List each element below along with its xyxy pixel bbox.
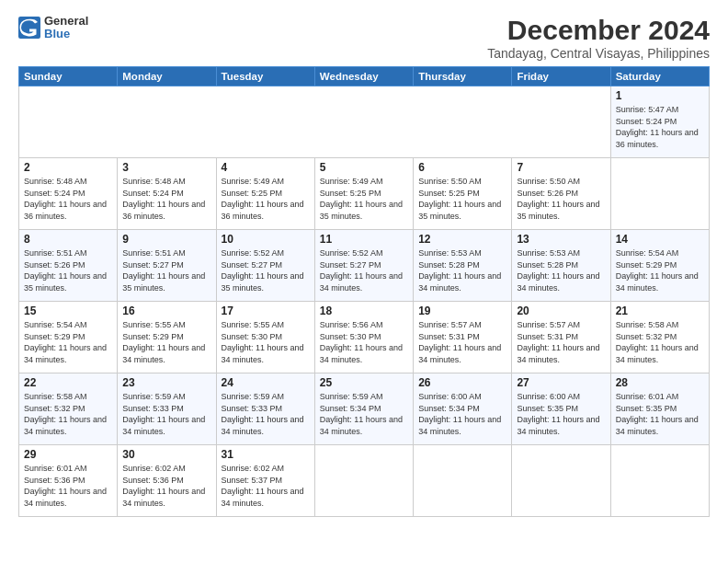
logo-icon — [18, 17, 40, 39]
day-number: 9 — [122, 233, 210, 246]
day-info: Sunrise: 5:58 AMSunset: 5:32 PMDaylight:… — [616, 319, 704, 365]
calendar-day-cell: 7Sunrise: 5:50 AMSunset: 5:26 PMDaylight… — [512, 158, 610, 230]
day-number: 20 — [517, 304, 605, 317]
day-number: 17 — [222, 304, 310, 317]
day-number: 6 — [418, 161, 506, 174]
day-number: 29 — [24, 448, 112, 461]
day-info: Sunrise: 5:57 AMSunset: 5:31 PMDaylight:… — [418, 319, 506, 365]
day-number: 21 — [616, 304, 704, 317]
day-number: 30 — [122, 448, 210, 461]
calendar-day-cell: 31Sunrise: 6:02 AMSunset: 5:37 PMDayligh… — [216, 445, 314, 517]
calendar-day-cell: 9Sunrise: 5:51 AMSunset: 5:27 PMDaylight… — [118, 230, 216, 302]
calendar-day-cell: 12Sunrise: 5:53 AMSunset: 5:28 PMDayligh… — [414, 230, 512, 302]
calendar-day-cell: 8Sunrise: 5:51 AMSunset: 5:26 PMDaylight… — [19, 230, 118, 302]
calendar-day-header: Wednesday — [314, 67, 413, 86]
day-number: 7 — [517, 161, 605, 174]
day-number: 4 — [222, 161, 310, 174]
day-info: Sunrise: 5:53 AMSunset: 5:28 PMDaylight:… — [517, 247, 605, 293]
day-number: 2 — [24, 161, 112, 174]
calendar-day-cell: 19Sunrise: 5:57 AMSunset: 5:31 PMDayligh… — [414, 302, 512, 373]
day-info: Sunrise: 5:48 AMSunset: 5:24 PMDaylight:… — [24, 176, 112, 222]
day-number: 27 — [517, 376, 605, 389]
day-number: 11 — [320, 233, 408, 246]
day-info: Sunrise: 5:53 AMSunset: 5:28 PMDaylight:… — [418, 247, 506, 293]
day-info: Sunrise: 5:58 AMSunset: 5:32 PMDaylight:… — [24, 391, 112, 437]
calendar-day-cell: 25Sunrise: 5:59 AMSunset: 5:34 PMDayligh… — [314, 373, 413, 445]
day-number: 8 — [24, 233, 112, 246]
calendar-day-cell: 1Sunrise: 5:47 AMSunset: 5:24 PMDaylight… — [610, 86, 709, 158]
day-info: Sunrise: 5:55 AMSunset: 5:30 PMDaylight:… — [222, 319, 310, 365]
title-section: December 2024 Tandayag, Central Visayas,… — [487, 15, 710, 61]
calendar-day-cell: 11Sunrise: 5:52 AMSunset: 5:27 PMDayligh… — [314, 230, 413, 302]
day-number: 13 — [517, 233, 605, 246]
calendar-week-row: 22Sunrise: 5:58 AMSunset: 5:32 PMDayligh… — [19, 373, 710, 445]
day-info: Sunrise: 6:01 AMSunset: 5:36 PMDaylight:… — [24, 463, 112, 509]
calendar-day-cell — [610, 158, 709, 230]
calendar-day-cell: 17Sunrise: 5:55 AMSunset: 5:30 PMDayligh… — [216, 302, 314, 373]
calendar-day-cell — [314, 445, 413, 517]
day-info: Sunrise: 5:49 AMSunset: 5:25 PMDaylight:… — [222, 176, 310, 222]
calendar-week-row: 15Sunrise: 5:54 AMSunset: 5:29 PMDayligh… — [19, 302, 710, 373]
calendar-day-cell: 16Sunrise: 5:55 AMSunset: 5:29 PMDayligh… — [118, 302, 216, 373]
day-info: Sunrise: 5:57 AMSunset: 5:31 PMDaylight:… — [517, 319, 605, 365]
calendar-day-header: Friday — [512, 67, 610, 86]
day-number: 22 — [24, 376, 112, 389]
calendar-day-cell: 29Sunrise: 6:01 AMSunset: 5:36 PMDayligh… — [19, 445, 118, 517]
calendar-day-cell: 23Sunrise: 5:59 AMSunset: 5:33 PMDayligh… — [118, 373, 216, 445]
calendar-table: SundayMondayTuesdayWednesdayThursdayFrid… — [18, 66, 710, 517]
day-number: 14 — [616, 233, 704, 246]
header: General Blue December 2024 Tandayag, Cen… — [18, 15, 710, 61]
day-info: Sunrise: 5:54 AMSunset: 5:29 PMDaylight:… — [24, 319, 112, 365]
calendar-day-cell: 21Sunrise: 5:58 AMSunset: 5:32 PMDayligh… — [610, 302, 709, 373]
day-number: 26 — [418, 376, 506, 389]
calendar-week-row: 8Sunrise: 5:51 AMSunset: 5:26 PMDaylight… — [19, 230, 710, 302]
logo-blue-text: Blue — [44, 28, 88, 40]
calendar-day-cell — [610, 445, 709, 517]
day-number: 18 — [320, 304, 408, 317]
calendar-day-cell — [512, 445, 610, 517]
calendar-day-cell: 24Sunrise: 5:59 AMSunset: 5:33 PMDayligh… — [216, 373, 314, 445]
day-info: Sunrise: 5:59 AMSunset: 5:33 PMDaylight:… — [122, 391, 210, 437]
calendar-week-row: 2Sunrise: 5:48 AMSunset: 5:24 PMDaylight… — [19, 158, 710, 230]
day-number: 3 — [122, 161, 210, 174]
day-info: Sunrise: 6:02 AMSunset: 5:36 PMDaylight:… — [122, 463, 210, 509]
calendar-day-header: Sunday — [19, 67, 118, 86]
calendar-day-header: Thursday — [414, 67, 512, 86]
day-info: Sunrise: 5:59 AMSunset: 5:34 PMDaylight:… — [320, 391, 408, 437]
day-number: 19 — [418, 304, 506, 317]
day-info: Sunrise: 5:50 AMSunset: 5:25 PMDaylight:… — [418, 176, 506, 222]
empty-cell — [19, 86, 611, 158]
day-info: Sunrise: 6:01 AMSunset: 5:35 PMDaylight:… — [616, 391, 704, 437]
day-info: Sunrise: 5:52 AMSunset: 5:27 PMDaylight:… — [222, 247, 310, 293]
day-info: Sunrise: 5:52 AMSunset: 5:27 PMDaylight:… — [320, 247, 408, 293]
day-number: 25 — [320, 376, 408, 389]
calendar-week-row: 1Sunrise: 5:47 AMSunset: 5:24 PMDaylight… — [19, 86, 710, 158]
calendar-day-cell: 30Sunrise: 6:02 AMSunset: 5:36 PMDayligh… — [118, 445, 216, 517]
day-number: 15 — [24, 304, 112, 317]
day-info: Sunrise: 5:47 AMSunset: 5:24 PMDaylight:… — [616, 104, 704, 150]
calendar-day-cell: 3Sunrise: 5:48 AMSunset: 5:24 PMDaylight… — [118, 158, 216, 230]
day-number: 24 — [222, 376, 310, 389]
month-title: December 2024 — [487, 15, 710, 46]
calendar-day-cell — [414, 445, 512, 517]
day-info: Sunrise: 6:02 AMSunset: 5:37 PMDaylight:… — [222, 463, 310, 509]
day-number: 10 — [222, 233, 310, 246]
day-number: 28 — [616, 376, 704, 389]
calendar-day-cell: 18Sunrise: 5:56 AMSunset: 5:30 PMDayligh… — [314, 302, 413, 373]
calendar-day-cell: 10Sunrise: 5:52 AMSunset: 5:27 PMDayligh… — [216, 230, 314, 302]
calendar-day-cell: 26Sunrise: 6:00 AMSunset: 5:34 PMDayligh… — [414, 373, 512, 445]
calendar-day-cell: 13Sunrise: 5:53 AMSunset: 5:28 PMDayligh… — [512, 230, 610, 302]
calendar-day-cell: 4Sunrise: 5:49 AMSunset: 5:25 PMDaylight… — [216, 158, 314, 230]
day-info: Sunrise: 6:00 AMSunset: 5:34 PMDaylight:… — [418, 391, 506, 437]
location: Tandayag, Central Visayas, Philippines — [487, 46, 710, 61]
calendar-header-row: SundayMondayTuesdayWednesdayThursdayFrid… — [19, 67, 710, 86]
calendar-day-header: Saturday — [610, 67, 709, 86]
logo: General Blue — [18, 15, 88, 41]
calendar-week-row: 29Sunrise: 6:01 AMSunset: 5:36 PMDayligh… — [19, 445, 710, 517]
calendar-day-cell: 14Sunrise: 5:54 AMSunset: 5:29 PMDayligh… — [610, 230, 709, 302]
calendar-day-cell: 2Sunrise: 5:48 AMSunset: 5:24 PMDaylight… — [19, 158, 118, 230]
calendar-day-cell: 5Sunrise: 5:49 AMSunset: 5:25 PMDaylight… — [314, 158, 413, 230]
day-info: Sunrise: 5:48 AMSunset: 5:24 PMDaylight:… — [122, 176, 210, 222]
day-info: Sunrise: 6:00 AMSunset: 5:35 PMDaylight:… — [517, 391, 605, 437]
calendar-day-header: Monday — [118, 67, 216, 86]
